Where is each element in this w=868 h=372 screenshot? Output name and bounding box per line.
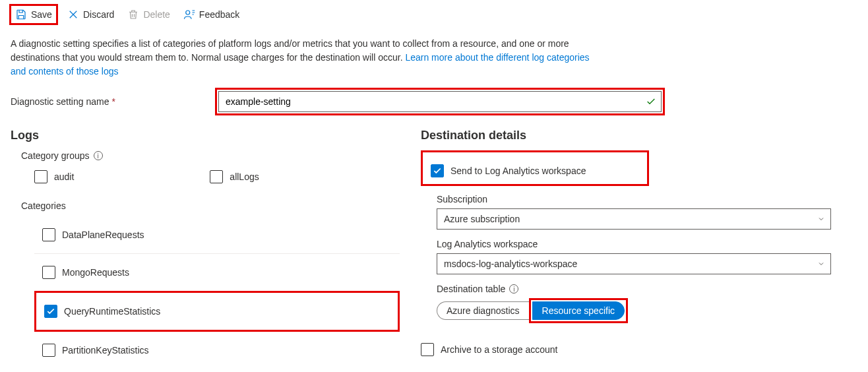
description-text: A diagnostic setting specifies a list of… <box>11 37 604 78</box>
checkbox-send-la[interactable] <box>431 164 444 177</box>
archive-label: Archive to a storage account <box>441 344 557 355</box>
subscription-value: Azure subscription <box>444 214 520 224</box>
category-partitionkeystatistics-row[interactable]: PartitionKeyStatistics <box>11 332 400 369</box>
checkbox-mongorequests[interactable] <box>42 266 55 279</box>
categories-label: Categories <box>21 201 400 211</box>
subscription-select[interactable]: Azure subscription <box>437 208 831 230</box>
category-label: DataPlaneRequests <box>62 230 144 240</box>
logs-title: Logs <box>11 129 400 142</box>
category-label: MongoRequests <box>62 267 129 278</box>
archive-storage-row[interactable]: Archive to a storage account <box>421 336 856 363</box>
checkbox-audit[interactable] <box>34 170 47 183</box>
checkbox-queryruntimestatistics[interactable] <box>44 305 57 318</box>
setting-name-label: Diagnostic setting name* <box>11 96 208 107</box>
workspace-value: msdocs-log-analytics-workspace <box>444 259 577 269</box>
send-la-label: Send to Log Analytics workspace <box>450 166 586 176</box>
checkbox-archive[interactable] <box>421 343 434 356</box>
destination-table-label: Destination table i <box>437 284 856 294</box>
checkbox-alllogs[interactable] <box>210 170 223 183</box>
delete-label: Delete <box>143 9 170 20</box>
pill-azure-diagnostics[interactable]: Azure diagnostics <box>437 301 529 320</box>
group-alllogs-label: allLogs <box>230 171 259 182</box>
chevron-down-icon <box>817 260 825 268</box>
info-icon[interactable]: i <box>509 284 518 294</box>
required-indicator: * <box>111 96 115 107</box>
group-audit-row[interactable]: audit <box>34 166 74 187</box>
subscription-label: Subscription <box>437 194 856 204</box>
checkbox-partitionkeystatistics[interactable] <box>42 344 55 357</box>
feedback-button[interactable]: Feedback <box>179 6 243 23</box>
discard-label: Discard <box>83 9 114 20</box>
category-label: QueryRuntimeStatistics <box>64 306 160 317</box>
send-to-la-row[interactable]: Send to Log Analytics workspace <box>423 158 647 184</box>
group-alllogs-row[interactable]: allLogs <box>210 166 259 187</box>
category-dataplanerequests-row[interactable]: DataPlaneRequests <box>11 216 400 253</box>
group-audit-label: audit <box>54 171 74 182</box>
info-icon[interactable]: i <box>94 151 103 160</box>
feedback-label: Feedback <box>199 9 239 20</box>
category-groups-label: Category groups i <box>21 150 400 161</box>
svg-point-0 <box>186 11 190 15</box>
checkbox-dataplanerequests[interactable] <box>42 228 55 241</box>
pill-resource-specific[interactable]: Resource specific <box>532 301 625 320</box>
save-button[interactable]: Save <box>11 6 56 23</box>
discard-button[interactable]: Discard <box>63 6 118 23</box>
trash-icon <box>127 9 139 20</box>
setting-name-input[interactable] <box>218 91 662 112</box>
destination-title: Destination details <box>421 129 856 142</box>
delete-button: Delete <box>123 6 173 23</box>
close-icon <box>67 9 79 20</box>
chevron-down-icon <box>817 215 825 223</box>
feedback-icon <box>183 9 195 20</box>
save-icon <box>15 9 27 20</box>
category-label: PartitionKeyStatistics <box>62 345 149 356</box>
category-queryruntimestatistics-row[interactable]: QueryRuntimeStatistics <box>36 293 398 330</box>
workspace-select[interactable]: msdocs-log-analytics-workspace <box>437 253 831 274</box>
save-label: Save <box>31 9 52 20</box>
workspace-label: Log Analytics workspace <box>437 239 856 249</box>
category-mongorequests-row[interactable]: MongoRequests <box>11 254 400 291</box>
